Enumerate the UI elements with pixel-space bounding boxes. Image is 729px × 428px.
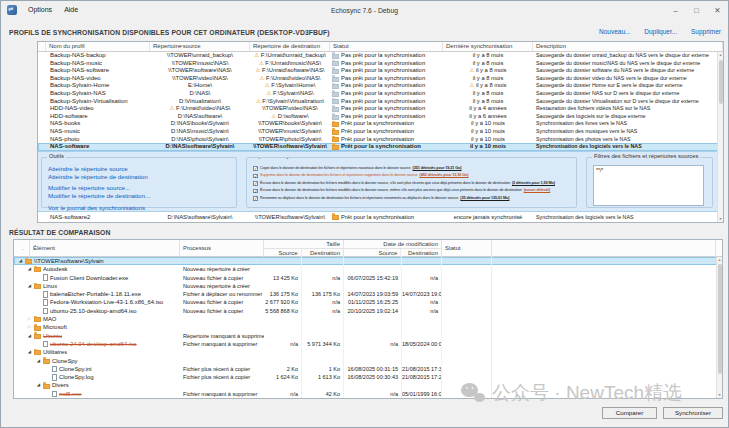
profile-row[interactable]: Backup-NAS-video\\TOWER\video\NAS\⚠F:\Un… [38,75,723,83]
comparison-row[interactable]: Fusion Client Downloader.exeNouveau fich… [14,274,722,282]
synchronize-button[interactable]: Synchroniser [663,407,723,419]
last-sync-text: il y a 8 mois [473,90,504,98]
header-status[interactable]: Statut [330,42,443,51]
comparison-row[interactable]: ◢\\TOWER\software\Sylvain [14,257,722,265]
tools-link[interactable]: Voir le journal des synchronisations [48,204,232,212]
comparison-row[interactable]: ◢LinuxNouveau répertoire à créer [14,282,722,290]
menu-aide[interactable]: Aide [58,1,84,19]
profile-row[interactable]: NAS-booksD:\NAS\books\Sylvain\\\TOWER\bo… [38,120,723,128]
profile-row[interactable]: Backup-NAS-music\\TOWER\music\NAS\⚠F:\Un… [38,60,723,68]
new-profile-link[interactable]: Nouveau... [599,28,630,35]
scrollbar-thumb[interactable] [719,60,723,104]
element-cell: md5.exe [14,390,180,398]
comparison-row[interactable]: ◢Utilitaires [14,348,722,356]
checkbox[interactable]: ✓ [253,189,258,194]
comparison-row[interactable]: Fedora-Workstation-Live-43-1.6.x86_64.is… [14,298,722,306]
checkbox[interactable]: ✓ [253,174,258,179]
profile-row[interactable]: Backup-Sylvain-VirtualisationD:\Virtuali… [38,98,723,106]
option-count-link[interactable]: (482 détectés pour 13,36 Go) [420,172,469,180]
menu-options[interactable]: Options [22,1,58,19]
header-cmp-status[interactable]: Statut [442,240,492,257]
profile-row[interactable]: Backup-Sylvain-HomeE:\Home\⚠F:\Sylvain\H… [38,82,723,90]
comparison-row[interactable]: balenaEtcher-Portable-1.18.11.exeFichier… [14,290,722,298]
comparison-scrollbar[interactable]: ▲ ▼ [716,257,722,398]
minimize-button[interactable]: – [665,2,686,19]
profile-row[interactable]: Backup-NAS-backup\\TOWER\unraid_backup\⚠… [38,52,723,60]
duplicate-profile-link[interactable]: Dupliquer... [644,28,677,35]
checkbox[interactable]: ✓ [253,181,258,186]
expander-open-icon[interactable]: ◢ [27,350,32,354]
profile-row[interactable]: HDD-NAS-video⚠F:\Unraid\video\NAS\\\TOWE… [38,105,723,113]
tools-link[interactable]: Atteindre le répertoire de destination [48,173,232,181]
comparison-row[interactable]: ◢UbuntuRépertoire manquant à supprimer [14,332,722,340]
option-count-link[interactable]: (35 détectés pour 135,61 Mo) [460,195,509,203]
header-last-sync[interactable]: Dernière synchronisation [443,42,533,51]
expander-open-icon[interactable]: ◢ [36,359,41,363]
scroll-up-icon[interactable]: ▲ [718,52,723,58]
scroll-down-icon[interactable]: ▼ [717,392,722,398]
header-date[interactable]: Date de modification [344,240,441,249]
comparison-row[interactable]: ▷Microsoft [14,323,722,331]
expander-closed-icon[interactable]: ▷ [27,317,32,321]
tools-link[interactable]: Modifier le répertoire de destination... [48,192,232,200]
size-destination [302,282,344,290]
maximize-button[interactable]: □ [686,2,707,19]
profile-row[interactable]: Backup-NAS-software\\TOWER\software\NAS\… [38,67,723,75]
profile-row[interactable]: Backup-Sylvain-NASD:\NAS\⚠F:\Sylvain\NAS… [38,90,723,98]
scroll-up-icon[interactable]: ▲ [717,257,722,263]
expander-open-icon[interactable]: ◢ [27,284,32,288]
header-size[interactable]: Taille [264,240,343,249]
comparison-row[interactable]: CloneSpy.iniFichier plus récent à copier… [14,365,722,373]
header-size-destination[interactable]: Destination [302,249,343,257]
expander-closed-icon[interactable]: ▷ [27,325,32,329]
expander-open-icon[interactable]: ◢ [27,334,32,338]
option-count-link[interactable]: (aucun détecté) [524,187,551,195]
row-expander-cell [38,212,46,222]
checkbox[interactable]: ✓ [253,166,258,171]
size-source [264,357,302,365]
comparison-row[interactable]: ◢CloneSpy [14,357,722,365]
header-source[interactable]: Répertoire source [150,42,250,51]
header-date-destination[interactable]: Destination [401,249,441,257]
compare-button[interactable]: Comparer [602,407,657,419]
close-button[interactable]: ✕ [707,2,728,19]
profile-row[interactable]: NAS-software2D:\NAS\software\Sylvain\\\T… [38,212,723,222]
expander-open-icon[interactable]: ◢ [36,383,41,387]
profile-row[interactable]: HDD-softwareD:\NAS\software\⚠D:\software… [38,113,723,121]
profiles-scrollbar[interactable]: ▲ ▼ [717,52,723,222]
profile-row[interactable]: NAS-photoD:\NAS\photo\Sylvain\\\TOWER\ph… [38,136,723,144]
scroll-down-icon[interactable]: ▼ [718,216,723,222]
header-description[interactable]: Description [533,42,723,51]
comparison-row[interactable]: ◢AutodeskNouveau répertoire à créer [14,265,722,273]
comparison-row[interactable]: CloneSpy.logFichier plus récent à copier… [14,373,722,381]
comparison-row[interactable]: ubuntu-25.10-desktop-amd64.isoNouveau fi… [14,307,722,315]
last-sync-cell: il y a 8 mois [443,75,533,83]
source-cell: E:\Home\ [150,82,250,90]
header-date-source[interactable]: Source [344,249,401,257]
header-element[interactable]: Élément [30,240,180,257]
comparison-row[interactable]: md5.exeFichier manquant à supprimern/a42… [14,390,722,398]
option-count-link[interactable]: (351 détectés pour 19,21 Go) [413,165,462,173]
tools-link[interactable]: Atteindre le répertoire source [48,165,232,173]
header-destination[interactable]: Répertoire de destination [250,42,330,51]
header-process[interactable]: Processus [180,240,264,257]
comparison-row[interactable]: ◢Divers [14,381,722,389]
expander-open-icon[interactable]: ◢ [27,267,32,271]
delete-profile-link[interactable]: Supprimer [691,28,721,35]
scrollbar-thumb[interactable] [718,264,722,374]
option-count-link[interactable]: (2 détectés pour 1,59 Mo) [512,180,555,188]
date-source [344,282,402,290]
filters-input[interactable]: **/* [593,165,704,206]
destination-cell: ⚠F:\Unraid\unraid_backup\ [250,52,330,60]
comparison-row[interactable]: ▷MAO [14,315,722,323]
header-profile-name[interactable]: Nom du profil [46,42,150,51]
expander-open-icon[interactable]: ◢ [18,259,23,263]
profile-row[interactable]: NAS-softwareD:\NAS\software\Sylvain\\\TO… [38,143,723,151]
profile-row[interactable]: NAS-musicD:\NAS\music\Sylvain\\\TOWER\mu… [38,128,723,136]
comparison-row[interactable]: ubuntu-24.04-desktop-amd64.isoFichier ma… [14,340,722,348]
file-icon [43,291,48,298]
tools-link[interactable]: Modifier le répertoire source... [48,184,232,192]
filler-cell [492,282,716,290]
header-size-source[interactable]: Source [264,249,302,257]
checkbox[interactable]: ✓ [253,196,258,201]
